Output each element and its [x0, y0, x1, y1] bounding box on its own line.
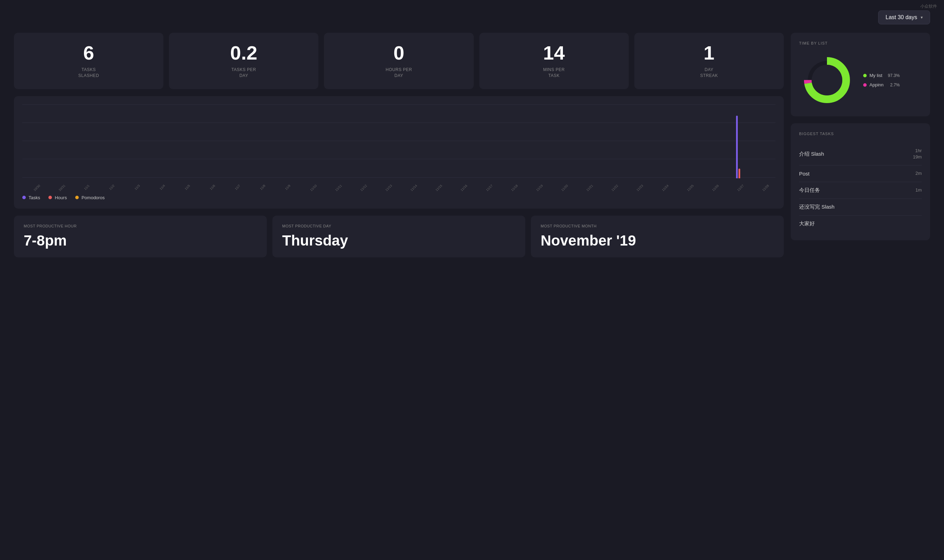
- bar-hours: [739, 169, 740, 178]
- chart-x-label: 11/23: [636, 184, 644, 192]
- time-by-list-card: TIME BY LIST My list 97.3% Appinn 2.7%: [791, 33, 930, 116]
- legend-label: Pomodoros: [82, 195, 105, 200]
- chart-x-label: 11/21: [585, 184, 594, 192]
- chart-col: 11/10: [299, 105, 323, 188]
- biggest-tasks-card: BIGGEST TASKS 介绍 Slash 1hr19m Post 2m 今日…: [791, 123, 930, 240]
- chart-x-label: 11/22: [611, 184, 619, 192]
- stat-label-tasks-per-day: TASKS PERDAY: [231, 67, 256, 79]
- chart-col: 11/9: [273, 105, 298, 188]
- chart-col: 11/5: [173, 105, 197, 188]
- stat-label-day-streak: DAYSTREAK: [700, 67, 718, 79]
- donut-container: My list 97.3% Appinn 2.7%: [799, 52, 922, 108]
- chart-col: 11/16: [450, 105, 474, 188]
- legend-dot: [22, 196, 26, 199]
- activity-chart-card: 10/30 10/31 11/1 11/2 11/3 11/4: [14, 96, 784, 209]
- legend-item-hours-legend: Hours: [48, 195, 67, 200]
- chart-col: 11/24: [651, 105, 675, 188]
- chart-col: 11/26: [701, 105, 725, 188]
- task-item: 大家好: [799, 215, 922, 232]
- donut-legend-item-my-list: My list 97.3%: [863, 73, 900, 78]
- chart-x-label: 11/16: [460, 184, 468, 192]
- chart-col: 11/27: [726, 105, 750, 188]
- legend-label: Hours: [55, 195, 67, 200]
- chart-x-label: 10/30: [33, 184, 41, 192]
- chart-col: 11/25: [676, 105, 700, 188]
- chart-col: 11/28: [751, 105, 775, 188]
- bottom-card-label: MOST PRODUCTIVE HOUR: [24, 224, 257, 228]
- bottom-card-productive-hour: MOST PRODUCTIVE HOUR 7-8pm: [14, 215, 267, 257]
- chart-col: 11/15: [424, 105, 449, 188]
- chart-x-label: 11/9: [285, 184, 291, 191]
- chart-col: 11/17: [475, 105, 499, 188]
- stat-cards: 6 TASKSSLASHED 0.2 TASKS PERDAY 0 HOURS …: [14, 33, 784, 89]
- legend-item-tasks-legend: Tasks: [22, 195, 40, 200]
- donut-name: My list: [870, 73, 882, 78]
- chart-x-label: 11/10: [310, 184, 317, 192]
- bottom-card-productive-month: MOST PRODUCTIVE MONTH November '19: [531, 215, 784, 257]
- chart-col: 11/3: [123, 105, 147, 188]
- task-list: 介绍 Slash 1hr19m Post 2m 今日任务 1m 还没写完 Sla…: [799, 143, 922, 232]
- stat-label-mins-per-task: MINS PERTASK: [543, 67, 565, 79]
- stat-card-hours-per-day: 0 HOURS PERDAY: [324, 33, 473, 89]
- chart-col: 11/12: [349, 105, 373, 188]
- task-item: Post 2m: [799, 165, 922, 182]
- stat-label-hours-per-day: HOURS PERDAY: [386, 67, 412, 79]
- task-name: 介绍 Slash: [799, 151, 824, 157]
- stat-card-tasks-slashed: 6 TASKSSLASHED: [14, 33, 163, 89]
- task-time: 2m: [915, 170, 922, 177]
- stat-number-tasks-per-day: 0.2: [230, 43, 257, 63]
- donut-pct: 2.7%: [890, 83, 900, 88]
- chart-area: 10/30 10/31 11/1 11/2 11/3 11/4: [22, 105, 775, 188]
- chart-legend: Tasks Hours Pomodoros: [22, 194, 775, 200]
- donut-legend-item-appinn: Appinn 2.7%: [863, 82, 900, 88]
- chart-x-label: 11/11: [334, 184, 342, 192]
- chart-x-label: 11/18: [510, 184, 518, 192]
- stat-card-tasks-per-day: 0.2 TASKS PERDAY: [169, 33, 319, 89]
- chart-col: 11/22: [600, 105, 625, 188]
- chart-x-label: 11/6: [209, 184, 216, 191]
- chart-col: 11/2: [97, 105, 122, 188]
- chart-col: 11/23: [625, 105, 650, 188]
- task-name: 今日任务: [799, 187, 820, 194]
- chart-x-label: 11/3: [134, 184, 140, 191]
- bottom-card-value: Thursday: [282, 232, 516, 249]
- chart-x-label: 11/7: [234, 184, 241, 191]
- chart-x-label: 11/20: [561, 184, 568, 192]
- watermark: 小众软件: [920, 3, 937, 9]
- chart-x-label: 11/1: [83, 184, 90, 191]
- chart-x-label: 11/15: [435, 184, 443, 192]
- biggest-tasks-title: BIGGEST TASKS: [799, 132, 922, 136]
- chart-col: 11/1: [72, 105, 97, 188]
- donut-dot: [863, 83, 867, 87]
- chart-col: 10/31: [48, 105, 72, 188]
- chart-col: 11/11: [324, 105, 348, 188]
- chart-col: 11/18: [500, 105, 524, 188]
- bottom-card-value: 7-8pm: [24, 232, 257, 249]
- date-range-dropdown[interactable]: Last 30 days ▾: [878, 11, 930, 25]
- legend-dot: [48, 196, 52, 199]
- chart-columns: 10/30 10/31 11/1 11/2 11/3 11/4: [22, 105, 775, 188]
- chart-x-label: 11/19: [535, 184, 544, 192]
- chart-x-label: 10/31: [58, 184, 66, 192]
- stat-number-tasks-slashed: 6: [83, 43, 94, 63]
- chart-col: 10/30: [22, 105, 47, 188]
- bottom-card-productive-day: MOST PRODUCTIVE DAY Thursday: [273, 215, 525, 257]
- stat-card-mins-per-task: 14 MINS PERTASK: [479, 33, 629, 89]
- chart-x-label: 11/25: [686, 184, 694, 192]
- chart-col: 11/13: [374, 105, 399, 188]
- chart-x-label: 11/5: [184, 184, 191, 191]
- chart-col: 11/19: [525, 105, 549, 188]
- donut-pct: 97.3%: [888, 73, 900, 78]
- chart-col: 11/6: [198, 105, 223, 188]
- stat-label-tasks-slashed: TASKSSLASHED: [79, 67, 99, 79]
- bottom-card-label: MOST PRODUCTIVE DAY: [282, 224, 516, 228]
- stat-number-day-streak: 1: [704, 43, 715, 63]
- chart-col: 11/4: [148, 105, 172, 188]
- chart-col: 11/20: [550, 105, 574, 188]
- donut-legend: My list 97.3% Appinn 2.7%: [863, 73, 900, 88]
- task-name: 还没写完 Slash: [799, 204, 835, 210]
- task-item: 今日任务 1m: [799, 182, 922, 199]
- chart-x-label: 11/26: [711, 184, 719, 192]
- bottom-stat-cards: MOST PRODUCTIVE HOUR 7-8pm MOST PRODUCTI…: [14, 215, 784, 257]
- chart-x-label: 11/17: [485, 184, 493, 192]
